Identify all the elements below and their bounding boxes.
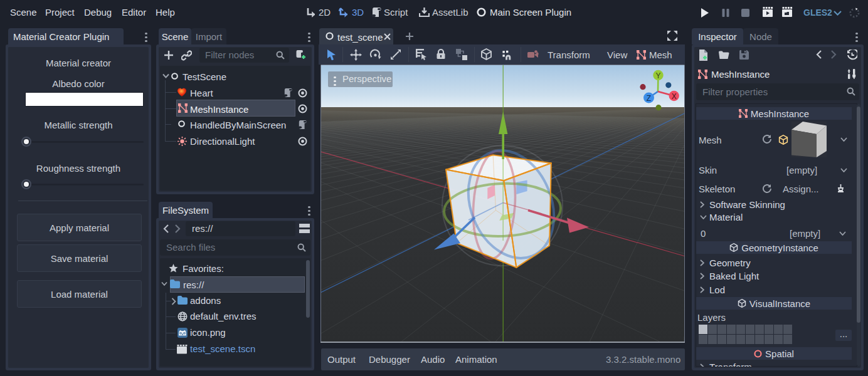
- svg-text:X: X: [672, 92, 677, 101]
- svg-text:Z: Z: [647, 94, 651, 103]
- svg-text:Y: Y: [655, 71, 660, 80]
